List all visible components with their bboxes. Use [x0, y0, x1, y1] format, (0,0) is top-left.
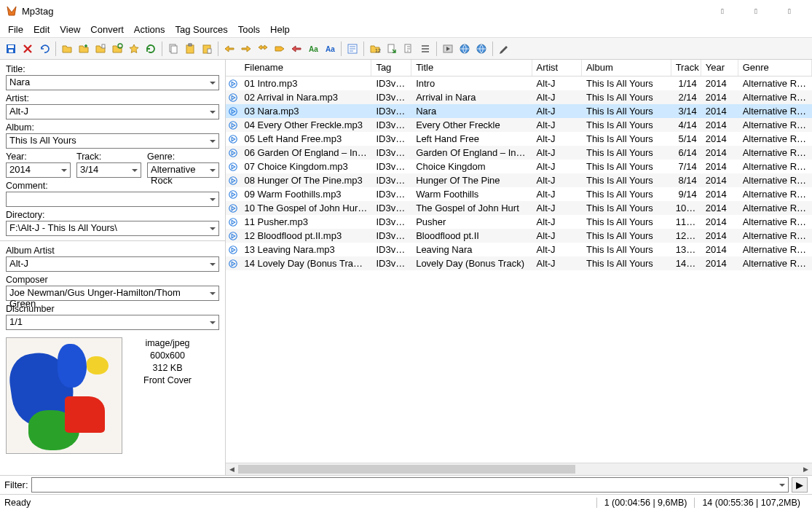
playlist-button[interactable] — [92, 41, 109, 57]
cell-filename: 14 Lovely Day (Bonus Track)… — [240, 257, 371, 270]
column-header-title[interactable]: Title — [411, 60, 532, 76]
scroll-right-icon[interactable]: ▶ — [800, 463, 812, 475]
menu-help[interactable]: Help — [265, 23, 295, 36]
undo-button[interactable] — [36, 41, 52, 57]
menu-file[interactable]: File — [3, 23, 28, 36]
artist-input[interactable]: Alt-J — [6, 104, 219, 119]
album-input[interactable]: This Is All Yours — [6, 133, 219, 149]
cell-year: 2014 — [701, 230, 738, 242]
table-row[interactable]: 12 Bloodflood pt.II.mp3ID3v2.4Bloodflood… — [226, 229, 812, 243]
filter-go-button[interactable]: ▶ — [792, 477, 808, 493]
table-row[interactable]: 13 Leaving Nara.mp3ID3v2.4Leaving NaraAl… — [226, 243, 812, 256]
autonumber-button[interactable]: 12 — [367, 41, 383, 57]
cell-year: 2014 — [701, 216, 738, 228]
filename-filename-button[interactable] — [255, 41, 271, 57]
table-row[interactable]: 01 Intro.mp3ID3v2.4IntroAlt-JThis Is All… — [226, 76, 812, 90]
cell-year: 2014 — [701, 146, 738, 159]
table-row[interactable]: 03 Nara.mp3ID3v2.4NaraAlt-JThis Is All Y… — [226, 104, 812, 118]
cell-track: 6/14 — [671, 146, 701, 159]
column-header-artist[interactable]: Artist — [532, 60, 582, 76]
save-button[interactable] — [3, 41, 19, 57]
cell-track: 7/14 — [671, 160, 701, 173]
extended-tags-button[interactable] — [344, 41, 360, 57]
cell-filename: 03 Nara.mp3 — [240, 105, 371, 117]
menu-edit[interactable]: Edit — [28, 23, 55, 36]
column-header-genre[interactable]: Genre — [738, 60, 812, 76]
menu-tag-sources[interactable]: Tag Sources — [170, 23, 232, 36]
comment-input[interactable] — [6, 192, 219, 207]
column-header-filename[interactable]: Filename — [240, 60, 371, 76]
tag-tag-button[interactable] — [272, 41, 288, 57]
add-folder-button[interactable] — [76, 41, 92, 57]
copytag-button[interactable] — [165, 41, 181, 57]
list-button[interactable] — [417, 41, 433, 57]
web-source2-button[interactable] — [473, 41, 489, 57]
discnumber-input[interactable]: 1/1 — [6, 315, 219, 330]
favorite-button[interactable] — [126, 41, 142, 57]
table-row[interactable]: 04 Every Other Freckle.mp3ID3v2.4Every O… — [226, 118, 812, 132]
composer-input[interactable]: Joe Newman/Gus Unger-Hamilton/Thom Green — [6, 286, 219, 301]
cell-filename: 06 Garden Of England – Int… — [240, 146, 371, 159]
file-list: Filename Tag Title Artist Album Track Ye… — [226, 60, 812, 475]
scroll-left-icon[interactable]: ◀ — [226, 463, 238, 475]
title-input[interactable]: Nara — [6, 75, 219, 90]
filter-input[interactable] — [31, 477, 789, 493]
cover-dims: 600x600 — [131, 350, 204, 362]
reload-folder-button[interactable] — [109, 41, 125, 57]
cell-genre: Alternative Rock — [738, 243, 812, 256]
year-input[interactable]: 2014 — [6, 162, 71, 178]
column-header-year[interactable]: Year — [701, 60, 738, 76]
menu-tools[interactable]: Tools — [233, 23, 265, 36]
cell-filename: 11 Pusher.mp3 — [240, 216, 371, 228]
cell-album: This Is All Yours — [582, 91, 671, 103]
pastetag-button[interactable] — [182, 41, 198, 57]
actions-button[interactable]: Aa — [305, 41, 321, 57]
maximize-button[interactable]:  — [739, 0, 773, 22]
cell-genre: Alternative Rock — [738, 133, 812, 145]
web-source-button[interactable] — [457, 41, 473, 57]
directory-input[interactable]: F:\Alt-J - This Is All Yours\ — [6, 221, 219, 236]
genre-input[interactable]: Alternative Rock — [147, 162, 219, 178]
settings-button[interactable] — [496, 41, 512, 57]
minimize-button[interactable]:  — [706, 0, 739, 22]
open-folder-button[interactable] — [59, 41, 75, 57]
quick-actions-button[interactable]: Aa — [322, 41, 338, 57]
text-file-tag-button[interactable] — [288, 41, 304, 57]
table-row[interactable]: 14 Lovely Day (Bonus Track)…ID3v2.4Lovel… — [226, 256, 812, 270]
menu-convert[interactable]: Convert — [85, 23, 129, 36]
table-row[interactable]: 09 Warm Foothills.mp3ID3v2.4Warm Foothil… — [226, 187, 812, 201]
table-row[interactable]: 05 Left Hand Free.mp3ID3v2.4Left Hand Fr… — [226, 132, 812, 146]
albumartist-input[interactable]: Alt-J — [6, 256, 219, 272]
refresh-button[interactable] — [143, 41, 159, 57]
cell-year: 2014 — [701, 174, 738, 187]
track-input[interactable]: 3/14 — [76, 162, 141, 178]
column-header-album[interactable]: Album — [582, 60, 671, 76]
tools-button[interactable] — [401, 41, 417, 57]
audio-file-icon — [226, 176, 240, 186]
close-button[interactable]:  — [773, 0, 806, 22]
tag-filename-button[interactable] — [221, 41, 237, 57]
cell-genre: Alternative Rock — [738, 216, 812, 228]
cell-title: Arrival in Nara — [411, 91, 532, 103]
horizontal-scrollbar[interactable]: ◀ ▶ — [226, 463, 812, 475]
column-header-tag[interactable]: Tag — [371, 60, 411, 76]
cell-track: 4/14 — [671, 119, 701, 131]
table-row[interactable]: 07 Choice Kingdom.mp3ID3v2.4Choice Kingd… — [226, 160, 812, 173]
delete-button[interactable] — [20, 41, 36, 57]
cuttag-button[interactable] — [199, 41, 215, 57]
audio-file-icon — [226, 259, 240, 269]
filename-tag-button[interactable] — [238, 41, 254, 57]
menu-view[interactable]: View — [55, 23, 85, 36]
cell-title: Choice Kingdom — [411, 160, 532, 173]
play-button[interactable] — [440, 41, 456, 57]
column-header-track[interactable]: Track — [671, 60, 701, 76]
menu-actions[interactable]: Actions — [129, 23, 170, 36]
cover-art[interactable] — [6, 337, 122, 454]
table-row[interactable]: 11 Pusher.mp3ID3v2.4PusherAlt-JThis Is A… — [226, 215, 812, 229]
table-row[interactable]: 06 Garden Of England – Int…ID3v2.4Garden… — [226, 146, 812, 160]
window-title: Mp3tag — [22, 6, 706, 17]
export-button[interactable] — [384, 41, 400, 57]
table-row[interactable]: 08 Hunger Of The Pine.mp3ID3v2.4Hunger O… — [226, 173, 812, 187]
table-row[interactable]: 10 The Gospel of John Hurt…ID3v2.4The Go… — [226, 201, 812, 215]
table-row[interactable]: 02 Arrival in Nara.mp3ID3v2.4Arrival in … — [226, 90, 812, 104]
